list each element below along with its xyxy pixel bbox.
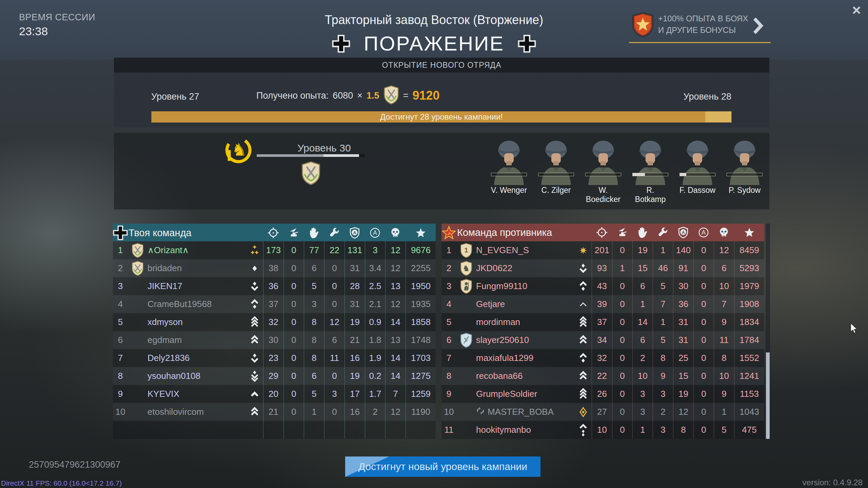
squad-level-label: Уровень 30: [263, 142, 385, 154]
german-cross-icon: [113, 224, 128, 242]
player-row[interactable]: 2 ♞ JKD0622 931154691065293: [441, 259, 764, 277]
player-position: 5: [113, 317, 128, 327]
squad-panel: ♞ Уровень 30 V. Wenger C. Zilger W. Boed…: [114, 133, 769, 209]
player-name: mordinman: [476, 317, 575, 327]
premium-bonus-text: +100% ОПЫТА В БОЯХ И ДРУГИЕ БОНУСЫ: [658, 13, 748, 36]
soldier-card[interactable]: W. Boedicker: [583, 135, 624, 204]
player-row[interactable]: 8 recobana66 220109150101241: [441, 367, 764, 385]
rank-insignia-icon: [246, 388, 263, 401]
stat-crosshair: 22: [592, 367, 612, 385]
player-row[interactable]: 6 slayer250610 34065310111784: [441, 331, 764, 349]
player-row[interactable]: 3 Fungm99110 43065300101979: [441, 277, 764, 295]
stat-skull: 9: [714, 313, 734, 331]
team-table-header: ☭ Команда противникаAA: [441, 224, 764, 241]
stat-shield-a: 30: [673, 277, 693, 295]
soldier-xp-bar: [585, 173, 621, 176]
top-bar: ВРЕМЯ СЕССИИ 23:38 Тракторный завод Вост…: [0, 0, 868, 60]
stat-circle-a: 0: [693, 277, 714, 295]
soldier-name: C. Zilger: [536, 186, 576, 195]
stat-shield-a: 36: [673, 295, 693, 313]
soldier-xp-bar: [679, 173, 715, 176]
stat-skull: 10: [714, 367, 734, 385]
scrollbar-track[interactable]: [766, 224, 770, 439]
mouse-cursor: [850, 323, 859, 336]
stat-wrench: 2: [653, 403, 673, 421]
stat-shield-a: 19: [344, 367, 365, 385]
stat-vehicle: 0: [283, 259, 304, 277]
player-score: 1908: [734, 295, 764, 313]
player-row[interactable]: 10 etoshilovircom 21010162121190: [113, 403, 436, 421]
rank-insignia-icon: [246, 262, 263, 275]
stat-shield-a: 91: [673, 259, 693, 277]
stat-crosshair: 201: [592, 241, 612, 259]
soldier-card[interactable]: C. Zilger: [536, 135, 576, 204]
team-title: Твоя команда: [128, 227, 263, 239]
stat-vehicle: 1: [612, 259, 632, 277]
player-row[interactable]: 3 JIKEN17 36050282.5131950: [113, 277, 436, 295]
stat-crosshair: 10: [592, 421, 612, 439]
player-score: 1275: [406, 367, 436, 385]
player-name: etoshilovircom: [147, 407, 246, 417]
stat-wrench: 3: [653, 385, 673, 403]
stat-wrench: 22: [324, 241, 344, 259]
scrollbar-thumb[interactable]: [766, 352, 770, 439]
player-name: recobana66: [476, 371, 575, 381]
player-row[interactable]: 7 Dely21836 230811161.9141703: [113, 349, 436, 367]
player-row[interactable]: 6 egdmam 30086211.8131748: [113, 331, 436, 349]
player-row[interactable]: 1 1 N_EVGEN_S 20101911400128459: [441, 241, 764, 259]
stat-wrench: 1: [653, 241, 673, 259]
player-row[interactable]: 5 xdmyson 320812190.9141858: [113, 313, 436, 331]
player-position: 1: [441, 245, 456, 256]
stat-circle-a: 0: [693, 349, 714, 367]
player-row[interactable]: 10 MASTER_BOBA 2703212011043: [441, 403, 764, 421]
player-row[interactable]: 7 maxiafula1299 3202825081552: [441, 349, 764, 367]
soldier-name: W. Boedicker: [583, 186, 624, 204]
premium-bonus-banner[interactable]: +100% ОПЫТА В БОЯХ И ДРУГИЕ БОНУСЫ: [629, 9, 771, 41]
player-name: bridaden: [147, 263, 246, 273]
stat-hand: 15: [632, 259, 653, 277]
version-text: version: 0.4.9.28: [803, 478, 863, 487]
stat-wrench: 0: [324, 295, 344, 313]
soldier-card[interactable]: F. Dassow: [677, 135, 718, 204]
clan-badge-icon: 1: [456, 243, 476, 258]
stat-shield-a: 8: [673, 421, 693, 439]
player-name: egdmam: [147, 335, 246, 345]
stat-skull: 12: [385, 403, 406, 421]
soldier-card[interactable]: R. Botkamp: [630, 135, 671, 204]
crosshair-icon: [592, 227, 612, 238]
svg-text:☭: ☭: [447, 231, 451, 236]
player-row[interactable]: 5 mordinman 37014131091834: [441, 313, 764, 331]
chevron-right-icon[interactable]: [751, 17, 765, 36]
player-row[interactable]: 2 bridaden 38060313.4122255: [113, 259, 436, 277]
close-icon[interactable]: ×: [847, 1, 866, 20]
soldier-card[interactable]: V. Wenger: [489, 135, 529, 204]
player-name: KYEVIX: [147, 389, 246, 399]
player-row[interactable]: 9 GrumpleSoldier 2603319091153: [441, 385, 764, 403]
stat-hand: 10: [632, 367, 653, 385]
rank-insignia-icon: [575, 280, 592, 293]
stat-crosshair: 43: [592, 277, 612, 295]
player-row[interactable]: 4 Getjare 3901736071908: [441, 295, 764, 313]
svg-text:♞: ♞: [232, 140, 247, 160]
stat-circle-a: 2: [365, 403, 385, 421]
stat-circle-a: 2.5: [365, 277, 385, 295]
stat-shield-a: 19: [344, 313, 365, 331]
player-row[interactable]: 9 KYEVIX 20053171.771259: [113, 385, 436, 403]
player-position: 9: [441, 389, 456, 399]
player-row[interactable]: 11 hookitymanbo 10013805475: [441, 421, 764, 439]
stat-skull: 6: [714, 259, 734, 277]
stat-skull: 14: [385, 313, 406, 331]
player-row[interactable]: 8 ysouhan0108 29060190.2141275: [113, 367, 436, 385]
stat-vehicle: 0: [612, 367, 632, 385]
player-row[interactable]: 4 CrameBut19568 37030312.1121935: [113, 295, 436, 313]
soldier-portrait: [677, 135, 718, 185]
stat-skull: 13: [385, 331, 406, 349]
campaign-level-reached-button[interactable]: Достигнут новый уровень кампании: [345, 456, 540, 477]
soldier-card[interactable]: P. Sydow: [724, 135, 765, 204]
rank-insignia-icon: [575, 424, 592, 436]
player-row[interactable]: 1 ∧Orizant∧ 173077221313129676: [113, 241, 436, 259]
stat-circle-a: 0.2: [365, 367, 385, 385]
stat-circle-a: 0: [693, 385, 714, 403]
stat-vehicle: 0: [283, 367, 304, 385]
stat-skull: 1: [714, 403, 734, 421]
